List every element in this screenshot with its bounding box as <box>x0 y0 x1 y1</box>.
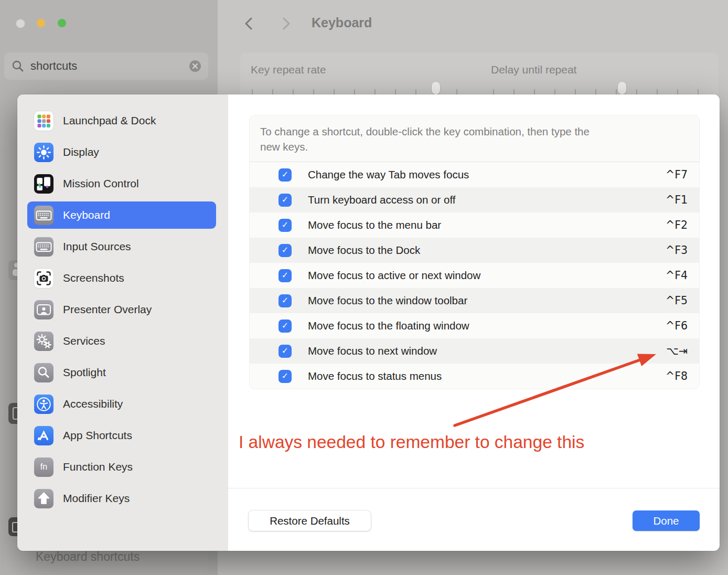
check-icon: ✓ <box>282 271 288 280</box>
zoom-button[interactable] <box>58 19 66 27</box>
check-icon: ✓ <box>282 347 288 355</box>
search-value: shortcuts <box>30 59 77 73</box>
done-button[interactable]: Done <box>633 510 700 531</box>
shortcut-keys[interactable]: ^F4 <box>666 269 688 282</box>
shortcut-label: Change the way Tab moves focus <box>308 168 469 181</box>
shortcut-label: Move focus to active or next window <box>308 269 480 282</box>
shortcut-label: Move focus to next window <box>308 345 437 357</box>
display-icon <box>34 143 53 162</box>
shortcut-keys[interactable]: ^F1 <box>666 194 688 206</box>
search-input[interactable]: shortcuts <box>4 52 208 80</box>
forward-chevron-icon[interactable] <box>279 16 293 34</box>
check-icon: ✓ <box>282 196 288 204</box>
shortcuts-category-sidebar: Launchpad & Dock Display Mission Control… <box>17 94 228 551</box>
shortcut-keys[interactable]: ^F7 <box>666 168 688 181</box>
spotlight-icon <box>34 363 53 382</box>
footer-divider <box>228 488 720 488</box>
shortcut-keys[interactable]: ^F5 <box>666 294 688 307</box>
check-icon: ✓ <box>282 221 288 229</box>
shortcut-row[interactable]: ✓ Move focus to the menu bar ^F2 <box>250 212 699 238</box>
close-button[interactable] <box>16 19 25 28</box>
search-icon <box>12 60 24 74</box>
shortcut-label: Move focus to status menus <box>308 370 442 382</box>
annotation-text: I always needed to remember to change th… <box>239 432 584 452</box>
input-sources-icon <box>34 237 53 257</box>
presenter-overlay-icon <box>34 300 53 320</box>
delay-slider-thumb[interactable] <box>618 82 626 94</box>
shortcut-label: Turn keyboard access on or off <box>308 194 455 206</box>
screenshots-icon <box>34 269 53 288</box>
shortcut-label: Move focus to the window toolbar <box>308 294 467 307</box>
checkbox[interactable]: ✓ <box>279 168 292 182</box>
check-icon: ✓ <box>282 171 288 179</box>
shortcuts-panel: To change a shortcut, double-click the k… <box>228 94 720 551</box>
shortcut-row[interactable]: ✓ Move focus to the Dock ^F3 <box>250 238 699 263</box>
shortcut-row[interactable]: ✓ Move focus to the floating window ^F6 <box>250 313 699 338</box>
key-repeat-label: Key repeat rate <box>251 63 326 76</box>
shortcut-keys[interactable]: ⌥⇥ <box>666 345 688 357</box>
checkbox[interactable]: ✓ <box>279 370 292 383</box>
sidebar-item[interactable]: Keyboard <box>27 201 216 229</box>
key-repeat-slider-ticks <box>252 89 457 94</box>
checkbox[interactable]: ✓ <box>279 194 292 207</box>
accessibility-icon <box>34 395 53 414</box>
checkbox[interactable]: ✓ <box>279 345 292 358</box>
shortcut-row[interactable]: ✓ Change the way Tab moves focus ^F7 <box>250 162 699 187</box>
check-icon: ✓ <box>282 246 288 254</box>
shortcuts-card: To change a shortcut, double-click the k… <box>250 115 699 389</box>
restore-defaults-button[interactable]: Restore Defaults <box>249 510 371 531</box>
function-keys-icon: fn <box>34 457 53 477</box>
mission-control-icon <box>34 174 53 194</box>
keyboard-icon <box>34 206 53 225</box>
sidebar-item[interactable]: Accessibility <box>27 390 216 418</box>
shortcut-list: ✓ Change the way Tab moves focus ^F7 ✓ T… <box>250 162 699 389</box>
checkbox[interactable]: ✓ <box>279 244 292 257</box>
app-shortcuts-icon <box>34 426 53 445</box>
check-icon: ✓ <box>282 372 288 380</box>
sidebar-item[interactable]: Screenshots <box>27 264 216 292</box>
shortcut-keys[interactable]: ^F2 <box>666 219 688 231</box>
shortcut-keys[interactable]: ^F8 <box>666 370 688 382</box>
shortcut-row[interactable]: ✓ Move focus to the window toolbar ^F5 <box>250 288 699 313</box>
checkbox[interactable]: ✓ <box>279 269 292 282</box>
shortcut-label: Move focus to the Dock <box>308 244 420 257</box>
shortcut-label: Move focus to the floating window <box>308 320 469 332</box>
shortcut-row[interactable]: ✓ Move focus to active or next window ^F… <box>250 263 699 288</box>
checkbox[interactable]: ✓ <box>279 320 292 333</box>
sidebar-item[interactable]: Presenter Overlay <box>27 296 216 323</box>
launchpad-dock-icon <box>34 111 53 131</box>
sidebar-item[interactable]: App Shortcuts <box>27 422 216 449</box>
shortcut-row[interactable]: ✓ Move focus to status menus ^F8 <box>250 364 699 389</box>
sidebar-item[interactable]: Spotlight <box>27 359 216 386</box>
keyboard-shortcuts-dialog: Launchpad & Dock Display Mission Control… <box>17 94 720 551</box>
clear-search-icon[interactable] <box>189 60 201 72</box>
key-repeat-card: Key repeat rate Delay until repeat <box>240 52 719 94</box>
instruction-text: To change a shortcut, double-click the k… <box>250 115 699 162</box>
services-icon <box>34 332 53 351</box>
shortcut-keys[interactable]: ^F6 <box>666 320 688 332</box>
sidebar-item[interactable]: Modifier Keys <box>27 485 216 512</box>
page-title: Keyboard <box>312 15 372 30</box>
sidebar-item[interactable]: Services <box>27 327 216 355</box>
shortcut-row[interactable]: ✓ Turn keyboard access on or off ^F1 <box>250 187 699 212</box>
back-chevron-icon[interactable] <box>242 16 256 34</box>
sidebar-item[interactable]: Launchpad & Dock <box>27 107 216 134</box>
delay-repeat-label: Delay until repeat <box>491 63 576 76</box>
checkbox[interactable]: ✓ <box>279 294 292 307</box>
sidebar-item[interactable]: fn Function Keys <box>27 453 216 481</box>
sidebar-item[interactable]: Mission Control <box>27 170 216 197</box>
checkbox[interactable]: ✓ <box>279 219 292 232</box>
shortcut-keys[interactable]: ^F3 <box>666 244 688 257</box>
shortcut-row[interactable]: ✓ Move focus to next window ⌥⇥ <box>250 338 699 364</box>
check-icon: ✓ <box>282 296 288 305</box>
sidebar-item[interactable]: Input Sources <box>27 233 216 260</box>
delay-slider-ticks <box>493 89 699 94</box>
sidebar-item[interactable]: Display <box>27 139 216 166</box>
modifier-keys-icon <box>34 489 53 508</box>
key-repeat-slider-thumb[interactable] <box>432 82 440 94</box>
check-icon: ✓ <box>282 322 288 330</box>
shortcut-label: Move focus to the menu bar <box>308 219 441 231</box>
minimize-button[interactable] <box>37 19 45 27</box>
